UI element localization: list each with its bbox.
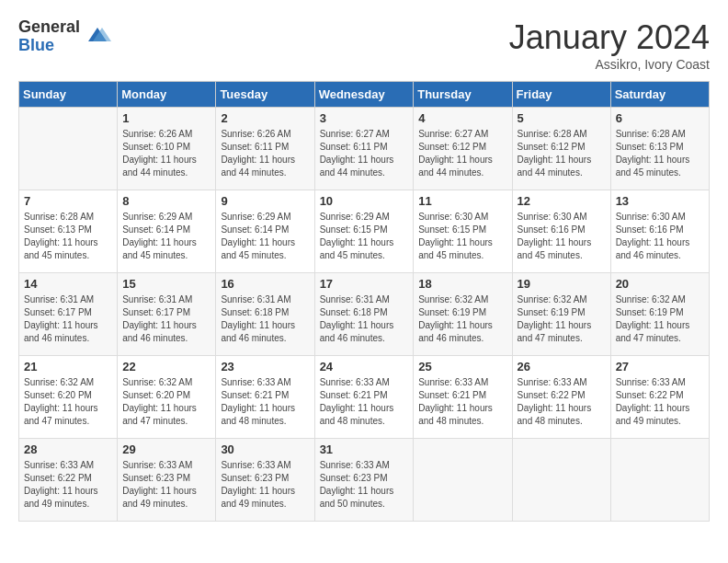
day-info: Sunrise: 6:29 AMSunset: 6:14 PMDaylight:… bbox=[122, 211, 210, 262]
day-info: Sunrise: 6:32 AMSunset: 6:19 PMDaylight:… bbox=[616, 293, 704, 345]
calendar-cell: 25Sunrise: 6:33 AMSunset: 6:21 PMDayligh… bbox=[414, 356, 512, 439]
calendar-cell: 27Sunrise: 6:33 AMSunset: 6:22 PMDayligh… bbox=[610, 356, 709, 439]
title-section: January 2024 Assikro, Ivory Coast bbox=[509, 18, 710, 72]
day-info: Sunrise: 6:27 AMSunset: 6:12 PMDaylight:… bbox=[418, 128, 506, 179]
header-wednesday: Wednesday bbox=[314, 82, 414, 108]
day-info: Sunrise: 6:33 AMSunset: 6:22 PMDaylight:… bbox=[518, 376, 606, 428]
logo: General Blue bbox=[18, 18, 111, 55]
day-number: 10 bbox=[320, 194, 409, 208]
month-title: January 2024 bbox=[509, 18, 710, 57]
day-number: 27 bbox=[616, 360, 704, 373]
day-number: 16 bbox=[221, 277, 309, 291]
calendar-cell: 17Sunrise: 6:31 AMSunset: 6:18 PMDayligh… bbox=[314, 273, 414, 356]
week-row-2: 7Sunrise: 6:28 AMSunset: 6:13 PMDaylight… bbox=[19, 190, 710, 273]
day-number: 29 bbox=[122, 442, 210, 456]
day-info: Sunrise: 6:33 AMSunset: 6:23 PMDaylight:… bbox=[122, 459, 210, 511]
day-info: Sunrise: 6:28 AMSunset: 6:13 PMDaylight:… bbox=[616, 128, 704, 179]
header-tuesday: Tuesday bbox=[216, 82, 314, 108]
calendar-cell: 1Sunrise: 6:26 AMSunset: 6:10 PMDaylight… bbox=[118, 108, 216, 190]
day-number: 22 bbox=[122, 360, 210, 373]
day-number: 8 bbox=[122, 194, 210, 208]
calendar-cell: 6Sunrise: 6:28 AMSunset: 6:13 PMDaylight… bbox=[610, 108, 709, 190]
calendar-cell: 18Sunrise: 6:32 AMSunset: 6:19 PMDayligh… bbox=[414, 273, 512, 356]
day-number: 25 bbox=[418, 360, 506, 373]
calendar-header-row: SundayMondayTuesdayWednesdayThursdayFrid… bbox=[19, 82, 710, 108]
day-info: Sunrise: 6:26 AMSunset: 6:10 PMDaylight:… bbox=[122, 128, 210, 179]
calendar-cell: 31Sunrise: 6:33 AMSunset: 6:23 PMDayligh… bbox=[314, 439, 414, 522]
week-row-3: 14Sunrise: 6:31 AMSunset: 6:17 PMDayligh… bbox=[19, 273, 710, 356]
header-thursday: Thursday bbox=[414, 82, 512, 108]
day-info: Sunrise: 6:27 AMSunset: 6:11 PMDaylight:… bbox=[320, 128, 409, 179]
day-info: Sunrise: 6:28 AMSunset: 6:13 PMDaylight:… bbox=[24, 211, 112, 262]
calendar-table: SundayMondayTuesdayWednesdayThursdayFrid… bbox=[18, 81, 710, 522]
calendar-cell: 12Sunrise: 6:30 AMSunset: 6:16 PMDayligh… bbox=[512, 190, 610, 273]
day-info: Sunrise: 6:32 AMSunset: 6:19 PMDaylight:… bbox=[418, 293, 506, 345]
day-info: Sunrise: 6:29 AMSunset: 6:14 PMDaylight:… bbox=[221, 211, 309, 262]
calendar-cell: 5Sunrise: 6:28 AMSunset: 6:12 PMDaylight… bbox=[512, 108, 610, 190]
calendar-cell: 15Sunrise: 6:31 AMSunset: 6:17 PMDayligh… bbox=[118, 273, 216, 356]
page-header: General Blue January 2024 Assikro, Ivory… bbox=[18, 18, 710, 72]
day-info: Sunrise: 6:33 AMSunset: 6:22 PMDaylight:… bbox=[616, 376, 704, 428]
day-number: 23 bbox=[221, 360, 309, 373]
day-number: 30 bbox=[221, 442, 309, 456]
day-number: 3 bbox=[320, 111, 409, 125]
calendar-cell bbox=[19, 108, 118, 190]
calendar-cell: 21Sunrise: 6:32 AMSunset: 6:20 PMDayligh… bbox=[19, 356, 118, 439]
day-info: Sunrise: 6:31 AMSunset: 6:18 PMDaylight:… bbox=[221, 293, 309, 345]
week-row-5: 28Sunrise: 6:33 AMSunset: 6:22 PMDayligh… bbox=[19, 439, 710, 522]
day-info: Sunrise: 6:32 AMSunset: 6:20 PMDaylight:… bbox=[122, 376, 210, 428]
day-number: 11 bbox=[418, 194, 506, 208]
calendar-cell: 22Sunrise: 6:32 AMSunset: 6:20 PMDayligh… bbox=[118, 356, 216, 439]
calendar-cell bbox=[610, 439, 709, 522]
calendar-cell: 16Sunrise: 6:31 AMSunset: 6:18 PMDayligh… bbox=[216, 273, 314, 356]
calendar-cell: 14Sunrise: 6:31 AMSunset: 6:17 PMDayligh… bbox=[19, 273, 118, 356]
day-info: Sunrise: 6:31 AMSunset: 6:17 PMDaylight:… bbox=[122, 293, 210, 345]
header-saturday: Saturday bbox=[610, 82, 709, 108]
calendar-cell bbox=[512, 439, 610, 522]
calendar-cell: 20Sunrise: 6:32 AMSunset: 6:19 PMDayligh… bbox=[610, 273, 709, 356]
day-number: 6 bbox=[616, 111, 704, 125]
day-info: Sunrise: 6:31 AMSunset: 6:17 PMDaylight:… bbox=[24, 293, 112, 345]
day-number: 28 bbox=[24, 442, 112, 456]
day-number: 2 bbox=[221, 111, 309, 125]
week-row-4: 21Sunrise: 6:32 AMSunset: 6:20 PMDayligh… bbox=[19, 356, 710, 439]
day-number: 18 bbox=[418, 277, 506, 291]
calendar-cell: 9Sunrise: 6:29 AMSunset: 6:14 PMDaylight… bbox=[216, 190, 314, 273]
day-number: 13 bbox=[616, 194, 704, 208]
day-info: Sunrise: 6:31 AMSunset: 6:18 PMDaylight:… bbox=[320, 293, 409, 345]
day-info: Sunrise: 6:30 AMSunset: 6:16 PMDaylight:… bbox=[616, 211, 704, 262]
day-info: Sunrise: 6:33 AMSunset: 6:23 PMDaylight:… bbox=[221, 459, 309, 511]
subtitle: Assikro, Ivory Coast bbox=[509, 57, 710, 72]
day-number: 31 bbox=[320, 442, 409, 456]
calendar-cell: 4Sunrise: 6:27 AMSunset: 6:12 PMDaylight… bbox=[414, 108, 512, 190]
day-info: Sunrise: 6:33 AMSunset: 6:21 PMDaylight:… bbox=[418, 376, 506, 428]
calendar-cell: 2Sunrise: 6:26 AMSunset: 6:11 PMDaylight… bbox=[216, 108, 314, 190]
calendar-cell: 7Sunrise: 6:28 AMSunset: 6:13 PMDaylight… bbox=[19, 190, 118, 273]
logo-general: General bbox=[18, 18, 80, 37]
day-number: 26 bbox=[518, 360, 606, 373]
calendar-cell: 29Sunrise: 6:33 AMSunset: 6:23 PMDayligh… bbox=[118, 439, 216, 522]
day-number: 4 bbox=[418, 111, 506, 125]
calendar-cell: 28Sunrise: 6:33 AMSunset: 6:22 PMDayligh… bbox=[19, 439, 118, 522]
day-number: 9 bbox=[221, 194, 309, 208]
day-number: 1 bbox=[122, 111, 210, 125]
day-number: 15 bbox=[122, 277, 210, 291]
day-number: 12 bbox=[518, 194, 606, 208]
calendar-cell: 30Sunrise: 6:33 AMSunset: 6:23 PMDayligh… bbox=[216, 439, 314, 522]
logo-blue: Blue bbox=[18, 37, 80, 55]
header-monday: Monday bbox=[118, 82, 216, 108]
calendar-cell: 26Sunrise: 6:33 AMSunset: 6:22 PMDayligh… bbox=[512, 356, 610, 439]
day-info: Sunrise: 6:29 AMSunset: 6:15 PMDaylight:… bbox=[320, 211, 409, 262]
calendar-cell: 10Sunrise: 6:29 AMSunset: 6:15 PMDayligh… bbox=[314, 190, 414, 273]
header-sunday: Sunday bbox=[19, 82, 118, 108]
day-info: Sunrise: 6:30 AMSunset: 6:16 PMDaylight:… bbox=[518, 211, 606, 262]
calendar-cell: 23Sunrise: 6:33 AMSunset: 6:21 PMDayligh… bbox=[216, 356, 314, 439]
day-info: Sunrise: 6:32 AMSunset: 6:19 PMDaylight:… bbox=[518, 293, 606, 345]
calendar-cell: 8Sunrise: 6:29 AMSunset: 6:14 PMDaylight… bbox=[118, 190, 216, 273]
calendar-cell: 24Sunrise: 6:33 AMSunset: 6:21 PMDayligh… bbox=[314, 356, 414, 439]
day-info: Sunrise: 6:30 AMSunset: 6:15 PMDaylight:… bbox=[418, 211, 506, 262]
logo-text: General Blue bbox=[18, 18, 80, 55]
calendar-cell: 11Sunrise: 6:30 AMSunset: 6:15 PMDayligh… bbox=[414, 190, 512, 273]
day-info: Sunrise: 6:28 AMSunset: 6:12 PMDaylight:… bbox=[518, 128, 606, 179]
day-info: Sunrise: 6:33 AMSunset: 6:21 PMDaylight:… bbox=[320, 376, 409, 428]
